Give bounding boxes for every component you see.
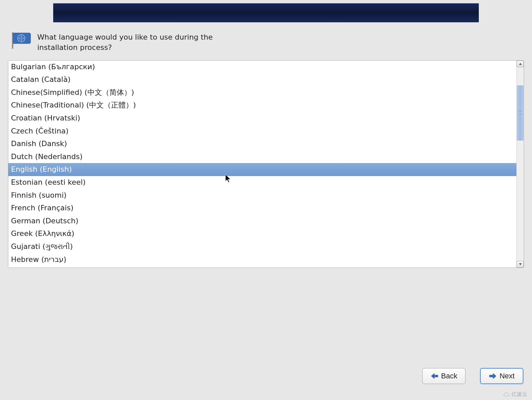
language-item[interactable]: French (Français) — [8, 202, 516, 215]
svg-rect-0 — [12, 32, 13, 49]
back-button[interactable]: Back — [422, 368, 466, 384]
prompt-section: What language would you like to use duri… — [0, 22, 532, 59]
watermark-text: 亿速云 — [511, 391, 527, 398]
button-bar: Back Next — [422, 368, 523, 384]
language-item[interactable]: Czech (Čeština) — [8, 125, 516, 138]
arrow-left-icon — [431, 373, 439, 379]
svg-point-5 — [10, 48, 14, 49]
language-item[interactable]: German (Deutsch) — [8, 215, 516, 228]
language-list[interactable]: Bulgarian (Български)Catalan (Català)Chi… — [8, 61, 516, 268]
language-item[interactable]: Finnish (suomi) — [8, 189, 516, 202]
back-button-label: Back — [441, 372, 458, 380]
scroll-thumb[interactable] — [517, 86, 523, 140]
language-flag-icon — [9, 31, 33, 50]
language-item[interactable]: Danish (Dansk) — [8, 137, 516, 150]
language-item[interactable]: Catalan (Català) — [8, 73, 516, 86]
language-item[interactable]: Bulgarian (Български) — [8, 61, 516, 74]
language-item[interactable]: Croatian (Hrvatski) — [8, 112, 516, 125]
scrollbar[interactable] — [516, 61, 524, 268]
language-item[interactable]: Gujarati (ગુજરાતી) — [8, 240, 516, 253]
cloud-icon — [503, 392, 510, 397]
language-item[interactable]: Dutch (Nederlands) — [8, 150, 516, 163]
language-item[interactable]: Chinese(Traditional) (中文（正體）) — [8, 99, 516, 112]
language-item[interactable]: Chinese(Simplified) (中文（简体）) — [8, 86, 516, 99]
arrow-right-icon — [489, 373, 497, 379]
prompt-text: What language would you like to use duri… — [37, 31, 237, 53]
next-button-label: Next — [499, 372, 514, 380]
language-item[interactable]: Hindi (हिन्दी) — [8, 266, 516, 268]
language-item[interactable]: Greek (Ελληνικά) — [8, 227, 516, 240]
scroll-up-button[interactable] — [517, 61, 524, 67]
installer-window: What language would you like to use duri… — [0, 0, 532, 400]
next-button[interactable]: Next — [480, 368, 523, 384]
header-banner — [53, 3, 479, 22]
language-list-container: Bulgarian (Български)Catalan (Català)Chi… — [8, 60, 524, 268]
scroll-down-button[interactable] — [517, 261, 524, 268]
scroll-track[interactable] — [517, 67, 524, 261]
language-item[interactable]: Hebrew (עברית) — [8, 253, 516, 266]
watermark: 亿速云 — [503, 391, 527, 398]
language-item[interactable]: Estonian (eesti keel) — [8, 176, 516, 189]
language-item[interactable]: English (English) — [8, 163, 516, 176]
